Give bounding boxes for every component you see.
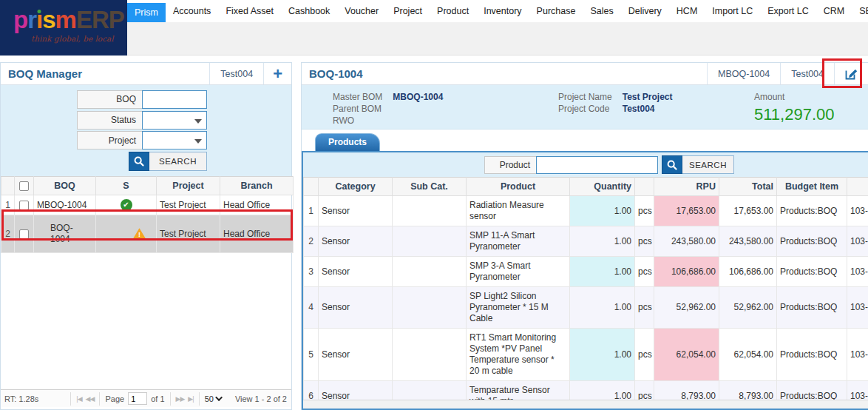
cell-branch: Head Office xyxy=(220,215,294,253)
response-time: RT: 1.28s xyxy=(4,394,70,403)
top-header: prısmERP think global, be local PrismAcc… xyxy=(0,0,868,56)
cell-num: 1 xyxy=(304,196,319,226)
app-logo[interactable]: prısmERP think global, be local xyxy=(0,0,127,56)
project-filter-select[interactable] xyxy=(142,131,207,149)
table-header-row: Category Sub Cat. Product Quantity RPU T… xyxy=(304,178,868,196)
nav-item-sbs[interactable]: SBS xyxy=(852,0,868,22)
header-category[interactable]: Category xyxy=(319,178,393,196)
header-quantity[interactable]: Quantity xyxy=(570,178,635,196)
pagination-bar: RT: 1.28s |◀ ◀◀ Page of 1 ▶▶ ▶| 50 View … xyxy=(1,389,291,407)
header-row-number xyxy=(1,177,15,195)
cell-unit: pcs xyxy=(635,381,654,400)
product-search-input[interactable] xyxy=(536,156,658,174)
product-search-button[interactable]: SEARCH xyxy=(662,155,734,174)
header-branch[interactable]: Branch xyxy=(220,177,294,195)
cell-category: Sensor xyxy=(319,381,393,400)
nav-item-product[interactable]: Product xyxy=(430,0,476,22)
page-size-select[interactable]: 50 xyxy=(199,392,228,406)
status-filter-select[interactable] xyxy=(142,111,207,130)
cell-project: Test Project xyxy=(157,215,220,253)
page-number-input[interactable] xyxy=(128,392,147,405)
cell-qty: 1.00 xyxy=(570,381,635,400)
nav-item-purchase[interactable]: Purchase xyxy=(529,0,583,22)
nav-item-crm[interactable]: CRM xyxy=(816,0,852,22)
add-boq-button[interactable]: + xyxy=(263,63,291,84)
row-checkbox[interactable] xyxy=(19,229,29,239)
table-row[interactable]: 2SensorSMP 11-A Smart Pyranometer1.00pcs… xyxy=(304,226,868,257)
nav-item-hcm[interactable]: HCM xyxy=(669,0,705,22)
header-select-all xyxy=(15,177,34,195)
prev-page-icon[interactable]: ◀◀ xyxy=(86,395,95,403)
chevron-down-icon xyxy=(215,394,223,401)
nav-item-voucher[interactable]: Voucher xyxy=(337,0,386,22)
boq-filter-area: BOQ Status Project SEARCH xyxy=(1,85,291,176)
header-status[interactable]: S xyxy=(96,177,157,195)
table-row[interactable]: 2BOQ-1004!Test ProjectHead Office xyxy=(1,215,294,253)
boq-search-button[interactable]: SEARCH xyxy=(129,152,207,171)
cell-branch: Head Office xyxy=(220,195,294,215)
cell-rpu: 243,580.00 xyxy=(654,226,719,257)
nav-item-inventory[interactable]: Inventory xyxy=(476,0,529,22)
nav-item-cashbook[interactable]: Cashbook xyxy=(281,0,337,22)
cell-budget: Products:BOQ xyxy=(777,329,847,381)
amount-value: 511,297.00 xyxy=(754,105,834,124)
nav-item-fixed-asset[interactable]: Fixed Asset xyxy=(218,0,281,22)
header-budget-item[interactable]: Budget Item xyxy=(777,178,847,196)
cell-rpu: 17,653.00 xyxy=(654,196,719,226)
horizontal-scrollbar[interactable] xyxy=(303,400,868,409)
table-row[interactable]: 1SensorRadiation Measure sensor1.00pcs17… xyxy=(304,196,868,226)
last-page-icon[interactable]: ▶| xyxy=(188,395,193,403)
tab-products[interactable]: Products xyxy=(315,133,380,151)
cell-checkbox xyxy=(15,195,34,215)
header-subcat[interactable]: Sub Cat. xyxy=(393,178,467,196)
project-code-button[interactable]: Test004 xyxy=(780,63,834,84)
nav-item-import-lc[interactable]: Import LC xyxy=(705,0,760,22)
header-project[interactable]: Project xyxy=(157,177,220,195)
cell-qty: 1.00 xyxy=(570,257,635,287)
table-row[interactable]: 4SensorSP Light2 Silicon Pyranometer * 1… xyxy=(304,287,868,329)
nav-item-prism[interactable]: Prism xyxy=(127,3,166,22)
nav-item-sales[interactable]: Sales xyxy=(583,0,620,22)
header-total[interactable]: Total xyxy=(719,178,777,196)
next-page-icon[interactable]: ▶▶ xyxy=(176,395,185,403)
nav-item-accounts[interactable]: Accounts xyxy=(166,0,218,22)
cell-rpu: 106,686.00 xyxy=(654,257,719,287)
cell-budget: Products:BOQ xyxy=(777,226,847,257)
boq-manager-header: BOQ Manager Test004 + xyxy=(1,63,291,85)
search-icon xyxy=(129,152,149,171)
boq-filter-input[interactable] xyxy=(142,90,207,109)
project-name-label: Project Name xyxy=(558,91,612,103)
cell-num: 4 xyxy=(304,287,319,329)
nav-item-export-lc[interactable]: Export LC xyxy=(760,0,816,22)
nav-item-delivery[interactable]: Delivery xyxy=(621,0,669,22)
project-context-button[interactable]: Test004 xyxy=(209,63,263,84)
edit-boq-button[interactable] xyxy=(834,63,868,84)
page-size-value: 50 xyxy=(205,394,214,403)
table-row[interactable]: 1MBOQ-1004✔Test ProjectHead Office xyxy=(1,195,294,215)
nav-item-project[interactable]: Project xyxy=(386,0,430,22)
cell-product: Temparature Sensor with 15 mtr xyxy=(467,381,570,400)
header-rpu[interactable]: RPU xyxy=(654,178,719,196)
select-all-checkbox[interactable] xyxy=(19,181,29,191)
cell-category: Sensor xyxy=(319,257,393,287)
cell-extra: 103-Ge xyxy=(847,381,868,400)
boq-detail-panel: BOQ-1004 MBOQ-1004 Test004 Master BOM Pa… xyxy=(301,62,868,410)
logo-letter: r xyxy=(27,7,36,33)
table-row[interactable]: 3SensorSMP 3-A Smart Pyranometer1.00pcs1… xyxy=(304,257,868,287)
logo-erp-text: ERP xyxy=(76,6,124,33)
cell-status: ! xyxy=(96,215,157,253)
table-row[interactable]: 5SensorRT1 Smart Monitoring System *PV P… xyxy=(304,329,868,381)
master-bom-button[interactable]: MBOQ-1004 xyxy=(707,63,780,84)
cell-extra: 103-Ge xyxy=(847,287,868,329)
cell-subcat xyxy=(393,226,467,257)
main-nav: PrismAccountsFixed AssetCashbookVoucherP… xyxy=(127,0,868,22)
logo-letter: s xyxy=(42,7,55,33)
logo-letter: p xyxy=(13,7,27,33)
first-page-icon[interactable]: |◀ xyxy=(76,395,81,403)
header-boq[interactable]: BOQ xyxy=(34,177,96,195)
header-product[interactable]: Product xyxy=(467,178,570,196)
row-checkbox[interactable] xyxy=(19,201,29,210)
amount-label: Amount xyxy=(754,91,834,103)
search-button-label: SEARCH xyxy=(149,152,207,171)
table-row[interactable]: 6SensorTemparature Sensor with 15 mtr1.0… xyxy=(304,381,868,400)
